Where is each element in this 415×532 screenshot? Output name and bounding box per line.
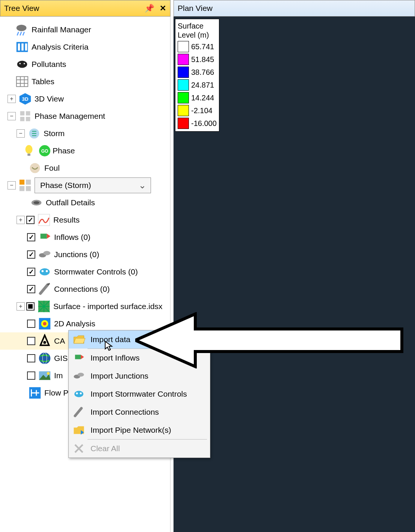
tree-item-phase-storm[interactable]: − Phase (Storm) (0, 177, 170, 194)
menu-clear-all: Clear All (69, 440, 210, 458)
menu-import-data-label: Import data (91, 335, 130, 344)
legend-title-line1: Surface (178, 21, 217, 30)
tree-item-inflows[interactable]: Inflows (0) (0, 229, 170, 246)
svg-rect-18 (20, 111, 24, 115)
menu-clear-all-label: Clear All (91, 444, 120, 453)
legend-swatch (178, 79, 189, 91)
tree-item-analysis-criteria[interactable]: Analysis Criteria (0, 38, 170, 56)
tree-item-outfall[interactable]: Outfall Details (0, 194, 170, 211)
collapse-storm[interactable]: − (17, 129, 25, 138)
tree-item-rainfall[interactable]: Rainfall Manager (0, 21, 170, 38)
svg-point-9 (19, 63, 21, 64)
legend-row: 38.766 (178, 66, 217, 79)
tree-item-results[interactable]: + Results (0, 211, 170, 229)
junctions-checkbox[interactable] (27, 250, 35, 259)
menu-import-connections[interactable]: Import Connections (69, 403, 210, 421)
menu-import-inflows-label: Import Inflows (91, 353, 140, 362)
surface-icon (36, 299, 52, 314)
analysis-criteria-icon (14, 39, 30, 55)
svg-rect-5 (18, 44, 20, 51)
svg-point-58 (78, 373, 84, 377)
svg-point-10 (24, 63, 25, 64)
phase-label: Phase (53, 146, 75, 155)
collapse-phase-storm[interactable]: − (8, 181, 16, 189)
legend-row: 14.244 (178, 91, 217, 104)
surface-legend: Surface Level (m) 65.74151.84538.76624.8… (175, 19, 219, 132)
3dview-label: 3D View (35, 94, 64, 103)
connections-checkbox[interactable] (27, 285, 35, 293)
legend-swatch (178, 54, 189, 65)
menu-import-stormwater[interactable]: Import Stormwater Controls (69, 385, 210, 403)
legend-value: 14.244 (191, 94, 214, 102)
tree-item-foul[interactable]: Foul (0, 159, 170, 177)
menu-import-inflows[interactable]: Import Inflows (69, 349, 210, 367)
stormwater-checkbox[interactable] (27, 268, 35, 276)
menu-import-junctions[interactable]: Import Junctions (69, 367, 210, 385)
gis-checkbox[interactable] (27, 354, 35, 362)
tree-item-stormwater[interactable]: Stormwater Controls (0) (0, 263, 170, 280)
legend-row: 51.845 (178, 53, 217, 66)
outfall-label: Outfall Details (46, 198, 95, 207)
phase-dropdown[interactable]: Phase (Storm) (35, 177, 151, 193)
tree-item-junctions[interactable]: Junctions (0) (0, 246, 170, 263)
tree-item-pollutants[interactable]: Pollutants (0, 56, 170, 73)
legend-row: 65.741 (178, 40, 217, 53)
plan-view-header: Plan View (174, 0, 415, 17)
svg-rect-35 (41, 234, 47, 239)
svg-rect-30 (20, 186, 24, 191)
expand-results[interactable]: + (17, 216, 25, 224)
svg-point-27 (30, 163, 40, 173)
svg-point-60 (76, 393, 78, 394)
tree-item-tables[interactable]: Tables (0, 73, 170, 90)
svg-rect-6 (21, 44, 24, 51)
collapse-phase-management[interactable]: − (8, 112, 16, 120)
legend-value: -16.000 (191, 119, 217, 128)
cad-icon (37, 333, 53, 349)
tree-view-header: Tree View 📌 ✕ (0, 0, 171, 17)
tree-item-phase[interactable]: GO Phase (0, 142, 170, 159)
inflows-checkbox[interactable] (27, 233, 35, 241)
expand-3dview[interactable]: + (8, 95, 16, 103)
cad-checkbox[interactable] (27, 337, 35, 345)
tree-item-surface[interactable]: + Surface - imported surface.idsx (0, 298, 170, 315)
tree-item-storm[interactable]: − Storm (0, 125, 170, 142)
2danalysis-label: 2D Analysis (54, 319, 95, 328)
close-icon[interactable]: ✕ (160, 4, 166, 13)
folder-pipe-icon (72, 423, 86, 437)
analysis-criteria-label: Analysis Criteria (32, 42, 89, 52)
svg-line-1 (17, 32, 19, 36)
tree-item-phase-management[interactable]: − Phase Management (0, 108, 170, 125)
2danalysis-checkbox[interactable] (27, 320, 35, 328)
legend-value: 38.766 (191, 68, 214, 77)
bulb-icon (21, 143, 37, 159)
surface-checkbox[interactable] (26, 302, 35, 311)
junctions-icon (37, 247, 53, 262)
svg-point-37 (43, 251, 50, 255)
legend-row: -2.104 (178, 104, 217, 117)
svg-rect-31 (26, 186, 31, 191)
tree-item-connections[interactable]: Connections (0) (0, 280, 170, 298)
connections-label: Connections (0) (54, 285, 110, 294)
results-checkbox[interactable] (26, 216, 35, 224)
svg-line-2 (20, 32, 21, 36)
menu-import-pipe-label: Import Pipe Network(s) (91, 426, 171, 435)
menu-import-stormwater-label: Import Stormwater Controls (91, 390, 187, 399)
tables-label: Tables (32, 77, 54, 86)
pin-icon[interactable]: 📌 (145, 4, 154, 13)
menu-import-connections-label: Import Connections (91, 408, 159, 417)
menu-import-data[interactable]: Import data (69, 330, 210, 349)
menu-import-pipe[interactable]: Import Pipe Network(s) (69, 421, 210, 439)
tree-item-3dview[interactable]: + 3D 3D View (0, 90, 170, 108)
legend-value: 51.845 (191, 55, 214, 64)
im-checkbox[interactable] (27, 371, 35, 380)
connections-icon (37, 281, 53, 297)
go-icon: GO (38, 144, 51, 157)
im-label: Im (54, 371, 63, 380)
svg-rect-11 (17, 77, 28, 87)
legend-title-line2: Level (m) (178, 30, 217, 39)
phase-management-icon (17, 108, 33, 124)
storm-label: Storm (44, 129, 65, 138)
legend-swatch (178, 105, 189, 116)
expand-surface[interactable]: + (17, 302, 25, 311)
rainfall-label: Rainfall Manager (32, 25, 91, 34)
